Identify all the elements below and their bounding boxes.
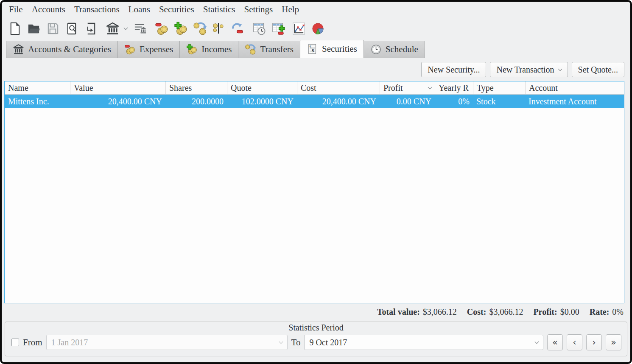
to-date-value: 9 Oct 2017	[309, 338, 347, 347]
split-transaction-icon[interactable]	[212, 20, 227, 36]
new-transfer-icon[interactable]	[193, 20, 207, 36]
tab-label: Schedule	[386, 44, 418, 55]
column-header-yearly-rate[interactable]: Yearly R	[435, 81, 473, 94]
total-rate: Rate:0%	[590, 307, 624, 317]
menu-securities[interactable]: Securities	[159, 4, 194, 15]
chevron-down-icon[interactable]	[124, 25, 128, 30]
cell-account: Investment Account	[525, 97, 611, 106]
double-chevron-left-icon: «	[552, 337, 558, 347]
column-header-value[interactable]: Value	[70, 81, 165, 94]
securities-table: Name Value Shares Quote Cost Profit Year…	[4, 81, 624, 303]
clock-icon	[370, 44, 382, 55]
menu-help[interactable]: Help	[282, 4, 299, 15]
tab-label: Incomes	[201, 44, 232, 55]
cell-shares: 200.0000	[165, 97, 227, 106]
set-quote-button[interactable]: Set Quote...	[572, 62, 624, 77]
tab-transfers[interactable]: Transfers	[238, 41, 300, 58]
transfer-coins-icon	[245, 44, 256, 55]
new-security-label: New Security...	[428, 65, 480, 75]
period-last-button[interactable]: »	[606, 334, 621, 350]
double-chevron-right-icon: »	[611, 337, 616, 347]
tab-label: Accounts & Categories	[28, 44, 111, 55]
bank-icon	[13, 44, 24, 55]
menu-settings[interactable]: Settings	[244, 4, 273, 15]
cell-value: 20,400.00 CNY	[70, 97, 165, 106]
chevron-down-icon	[279, 339, 283, 344]
pie-chart-report-icon[interactable]	[310, 20, 325, 36]
period-first-button[interactable]: «	[547, 334, 563, 350]
tab-incomes[interactable]: Incomes	[179, 41, 238, 58]
column-header-shares[interactable]: Shares	[165, 81, 227, 94]
income-coins-icon	[186, 44, 198, 55]
menu-loans[interactable]: Loans	[129, 4, 150, 15]
from-checkbox[interactable]	[11, 339, 19, 346]
menu-bar: File Accounts Transactions Loans Securit…	[2, 2, 630, 17]
from-date-value: 1 Jan 2017	[51, 338, 88, 347]
menu-accounts[interactable]: Accounts	[32, 4, 65, 15]
totals-bar: Total value:$3,066.12 Cost:$3,066.12 Pro…	[2, 303, 630, 320]
svg-text:€: €	[310, 45, 311, 48]
cell-name: Mittens Inc.	[5, 97, 70, 106]
period-next-button[interactable]: ›	[586, 334, 602, 350]
open-file-icon[interactable]	[26, 20, 41, 36]
cell-quote: 102.0000 CNY	[227, 97, 297, 106]
menu-file[interactable]: File	[9, 4, 23, 15]
edit-schedule-table-icon[interactable]	[271, 20, 286, 36]
tab-expenses[interactable]: Expenses	[117, 41, 180, 58]
new-file-icon[interactable]	[7, 20, 22, 36]
tab-securities[interactable]: €$ Securities	[300, 40, 364, 58]
period-previous-button[interactable]: ‹	[567, 334, 582, 350]
cell-type: Stock	[473, 97, 525, 106]
svg-text:$: $	[312, 48, 314, 53]
tab-label: Transfers	[260, 44, 294, 55]
security-document-icon: €$	[307, 43, 318, 55]
print-preview-icon[interactable]	[64, 20, 79, 36]
sort-indicator-icon	[428, 85, 432, 89]
securities-actions: New Security... New Transaction Set Quot…	[2, 58, 630, 78]
new-account-icon[interactable]	[105, 20, 120, 36]
import-icon[interactable]	[84, 20, 98, 36]
to-date-combobox[interactable]: 9 Oct 2017	[304, 335, 543, 350]
expense-coins-icon	[124, 44, 136, 55]
statistics-period-groupbox: Statistics Period From 1 Jan 2017 To 9 O…	[5, 322, 627, 356]
column-header-profit[interactable]: Profit	[380, 81, 435, 94]
table-header: Name Value Shares Quote Cost Profit Year…	[5, 81, 624, 95]
tab-schedule[interactable]: Schedule	[364, 41, 425, 58]
view-tabs: Accounts & Categories Expenses Incomes T…	[2, 39, 630, 58]
schedule-table-icon[interactable]	[252, 20, 267, 36]
table-header-filler	[611, 81, 624, 94]
chevron-left-icon: ‹	[573, 337, 576, 347]
statistics-period-title: Statistics Period	[5, 322, 627, 333]
new-transaction-button[interactable]: New Transaction	[490, 62, 568, 77]
column-header-type[interactable]: Type	[473, 81, 525, 94]
account-list-icon[interactable]	[133, 20, 148, 36]
column-header-quote[interactable]: Quote	[227, 81, 297, 94]
tab-label: Expenses	[140, 44, 173, 55]
to-label: To	[291, 337, 301, 348]
chevron-down-icon	[558, 67, 562, 71]
chevron-down-icon	[535, 339, 539, 344]
tab-accounts-categories[interactable]: Accounts & Categories	[6, 41, 118, 58]
statistics-period-controls: From 1 Jan 2017 To 9 Oct 2017 « ‹ › »	[5, 333, 627, 350]
table-row-selected[interactable]: Mittens Inc. 20,400.00 CNY 200.0000 102.…	[5, 95, 624, 108]
save-icon[interactable]	[45, 20, 60, 36]
total-value: Total value:$3,066.12	[377, 307, 457, 317]
column-header-name[interactable]: Name	[5, 81, 70, 94]
new-security-button[interactable]: New Security...	[421, 62, 486, 77]
menu-statistics[interactable]: Statistics	[203, 4, 235, 15]
set-quote-label: Set Quote...	[578, 65, 618, 75]
cell-yearly-rate: 0%	[435, 97, 473, 106]
tab-label: Securities	[322, 44, 357, 54]
menu-transactions[interactable]: Transactions	[74, 4, 120, 15]
line-chart-report-icon[interactable]	[291, 20, 306, 36]
new-transaction-label: New Transaction	[496, 65, 554, 75]
column-header-account[interactable]: Account	[525, 81, 611, 94]
new-scheduled-expense-icon[interactable]	[231, 20, 246, 36]
new-expense-icon[interactable]	[154, 20, 169, 36]
new-income-icon[interactable]	[173, 20, 188, 36]
table-empty-area[interactable]	[5, 108, 624, 303]
column-header-cost[interactable]: Cost	[297, 81, 380, 94]
chevron-right-icon: ›	[592, 337, 596, 347]
total-cost: Cost:$3,066.12	[467, 307, 523, 317]
cell-cost: 20,400.00 CNY	[297, 97, 380, 106]
